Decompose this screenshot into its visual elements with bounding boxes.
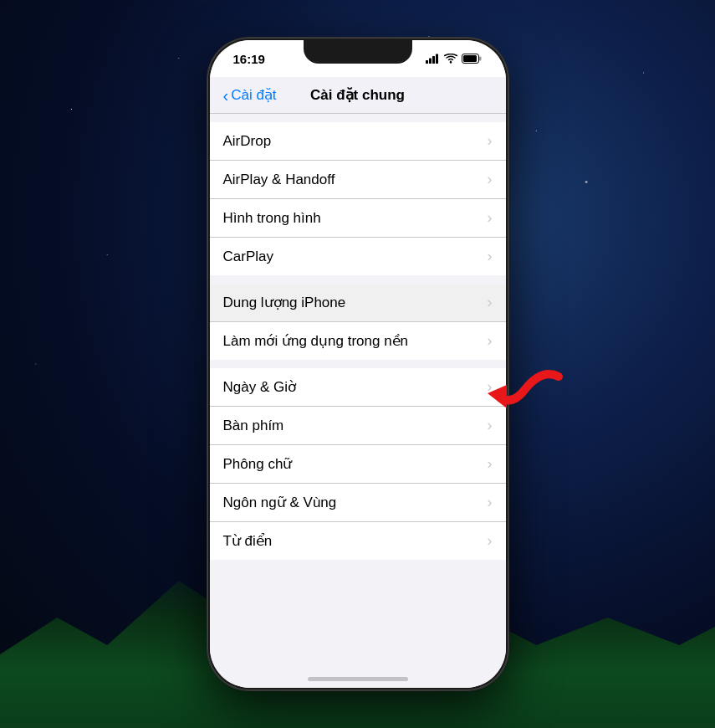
chevron-icon: › [488,294,493,311]
list-item[interactable]: Từ điển › [210,522,506,560]
battery-icon [462,54,483,64]
list-item-storage[interactable]: Dung lượng iPhone › [210,284,506,322]
group-spacer-2 [210,275,506,284]
svg-rect-2 [432,56,435,64]
item-label-dictionary: Từ điển [223,532,273,550]
list-item[interactable]: Ngày & Giờ › [210,368,506,407]
chevron-icon: › [488,132,493,150]
list-item[interactable]: CarPlay › [210,238,506,275]
chevron-icon: › [488,209,493,227]
list-item[interactable]: AirPlay & Handoff › [210,161,506,199]
group-spacer-3 [210,360,506,368]
item-label-airdrop: AirDrop [223,133,272,150]
chevron-icon: › [488,455,493,473]
list-item[interactable]: Ngôn ngữ & Vùng › [210,484,506,522]
svg-rect-0 [426,60,428,64]
phone-screen: 16:19 [210,40,506,688]
item-label-pip: Hình trong hình [223,210,321,227]
settings-group-3: Ngày & Giờ › Bàn phím › Phông chữ › Ng [210,368,506,560]
status-icons [426,54,483,64]
back-button[interactable]: ‹ Cài đặt [223,86,277,104]
chevron-icon: › [488,332,493,350]
item-label-fonts: Phông chữ [223,455,293,473]
item-label-language: Ngôn ngữ & Vùng [223,494,337,511]
item-label-airplay: AirPlay & Handoff [223,172,335,188]
item-label-keyboard: Bàn phím [223,418,284,434]
list-item[interactable]: AirDrop › [210,122,506,161]
wifi-icon [444,54,457,64]
notch [304,40,412,64]
chevron-icon: › [488,417,493,434]
item-label-storage: Dung lượng iPhone [223,294,346,311]
phone-frame: 16:19 [207,38,508,690]
home-indicator [308,677,408,681]
list-item[interactable]: Hình trong hình › [210,199,506,238]
svg-rect-7 [479,57,482,61]
chevron-icon: › [488,494,493,511]
back-label: Cài đặt [231,86,276,104]
signal-icon [426,54,440,64]
group-spacer-bottom [210,560,506,568]
settings-group-2: Dung lượng iPhone › Làm mới ứng dụng tro… [210,284,506,360]
page-title: Cài đặt chung [310,86,405,104]
back-chevron-icon: ‹ [223,87,229,104]
group-spacer-1 [210,114,506,122]
settings-group-1: AirDrop › AirPlay & Handoff › Hình trong… [210,122,506,275]
list-item[interactable]: Bàn phím › [210,407,506,445]
svg-rect-1 [429,59,432,64]
chevron-icon: › [488,378,493,396]
status-time: 16:19 [233,52,265,66]
item-label-background-refresh: Làm mới ứng dụng trong nền [223,332,409,350]
list-item[interactable]: Phông chữ › [210,445,506,484]
status-bar: 16:19 [210,40,506,77]
item-label-carplay: CarPlay [223,249,273,265]
chevron-icon: › [488,248,493,265]
settings-list: AirDrop › AirPlay & Handoff › Hình trong… [210,114,506,688]
phone-body: 16:19 [207,38,508,690]
list-item[interactable]: Làm mới ứng dụng trong nền › [210,322,506,360]
chevron-icon: › [488,532,493,550]
svg-rect-6 [463,55,477,62]
chevron-icon: › [488,171,493,188]
navigation-bar: ‹ Cài đặt Cài đặt chung [210,77,506,114]
svg-point-4 [449,61,451,63]
svg-rect-3 [436,54,438,64]
item-label-datetime: Ngày & Giờ [223,378,296,396]
